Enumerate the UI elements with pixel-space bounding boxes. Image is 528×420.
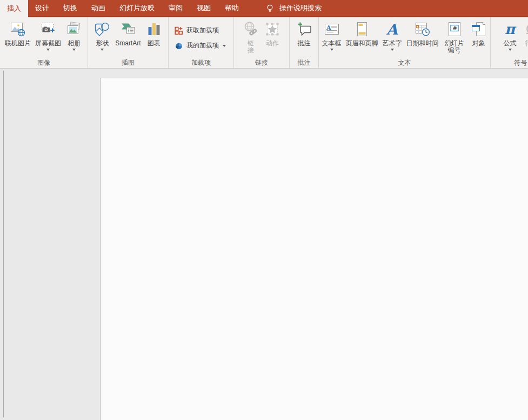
button-photo-album[interactable]: 相册: [64, 18, 84, 51]
svg-text:A: A: [326, 24, 331, 31]
button-my-add-ins[interactable]: 我的加载项: [172, 41, 228, 51]
button-label-comment: 批注: [298, 40, 311, 47]
chart-icon: [145, 21, 163, 38]
ribbon-group-links: 链接动作链接: [234, 17, 290, 68]
shapes-icon: [93, 21, 111, 38]
dropdown-arrow-icon: [509, 49, 512, 51]
group-content: 批注: [290, 18, 318, 58]
dropdown-arrow-icon: [72, 49, 76, 51]
tab-design[interactable]: 设计: [28, 0, 56, 16]
action-icon: [264, 21, 281, 38]
equation-icon: π: [502, 21, 519, 38]
button-online-pictures[interactable]: 联机图片: [3, 18, 32, 47]
button-text-box[interactable]: A文本框: [320, 18, 343, 51]
slide-thumbnail-pane[interactable]: [0, 69, 100, 420]
button-chart[interactable]: 图表: [144, 18, 164, 47]
ribbon-group-symbols: π公式Ω符号符号: [491, 17, 528, 68]
button-label-smartart: SmartArt: [115, 40, 141, 47]
smartart-icon: [119, 21, 137, 38]
button-smartart[interactable]: SmartArt: [113, 18, 142, 47]
button-date-time[interactable]: 日期和时间: [405, 18, 440, 47]
button-object[interactable]: 对象: [469, 18, 489, 47]
button-label-slide-number: 幻灯片编号: [443, 40, 466, 54]
button-label-text-box: 文本框: [322, 40, 342, 47]
button-slide-number[interactable]: #幻灯片编号: [442, 18, 467, 54]
button-link: 链接: [240, 18, 261, 54]
ribbon-group-text: A文本框页眉和页脚A艺术字日期和时间#幻灯片编号对象文本: [319, 17, 491, 68]
ribbon-group-comments: 批注批注: [290, 17, 319, 68]
svg-text:π: π: [505, 21, 517, 37]
comment-icon: [296, 21, 313, 38]
button-label-action: 动作: [266, 40, 279, 47]
button-label-symbol: 符号: [525, 40, 528, 47]
my-add-ins-icon: [175, 42, 183, 50]
group-label-illustrations: 插图: [88, 58, 168, 68]
dropdown-arrow-icon: [223, 45, 226, 47]
group-label-symbols: 符号: [491, 58, 528, 68]
tab-review[interactable]: 审阅: [162, 0, 190, 16]
group-content: 获取加载项我的加载项: [169, 18, 233, 58]
button-label-get-add-ins: 获取加载项: [186, 27, 219, 34]
button-label-equation: 公式: [504, 40, 517, 47]
group-label-text: 文本: [319, 58, 490, 68]
wordart-icon: A: [384, 21, 401, 38]
get-add-ins-icon: [175, 26, 183, 35]
ribbon-group-images: 联机图片屏幕截图相册图像: [0, 17, 88, 68]
button-label-wordart: 艺术字: [383, 40, 402, 47]
online-pictures-icon: [9, 21, 26, 38]
button-screenshot[interactable]: 屏幕截图: [34, 18, 63, 51]
button-symbol: Ω符号: [522, 18, 528, 47]
screenshot-icon: [39, 21, 57, 38]
button-label-online-pictures: 联机图片: [5, 40, 31, 47]
button-label-chart: 图表: [148, 40, 161, 47]
button-label-header-footer: 页眉和页脚: [346, 40, 378, 47]
group-label-comments: 批注: [290, 58, 318, 68]
button-action: 动作: [262, 18, 283, 47]
object-icon: [470, 21, 487, 38]
button-label-photo-album: 相册: [68, 40, 81, 47]
tab-insert[interactable]: 插入: [0, 0, 28, 17]
tab-help[interactable]: 帮助: [218, 0, 246, 16]
powerpoint-window: { "tab_bar": { "tabs": [ {"name": "inser…: [0, 0, 528, 420]
group-label-images: 图像: [0, 58, 88, 68]
date-time-icon: [414, 21, 431, 38]
button-shapes[interactable]: 形状: [92, 18, 112, 51]
button-get-add-ins[interactable]: 获取加载项: [172, 26, 221, 36]
button-wordart[interactable]: A艺术字: [381, 18, 404, 51]
tell-me-search[interactable]: 操作说明搜索: [265, 0, 322, 16]
group-label-add-ins: 加载项: [169, 58, 233, 68]
group-content: 形状SmartArt图表: [88, 18, 168, 58]
text-box-icon: A: [323, 21, 340, 38]
button-comment[interactable]: 批注: [294, 18, 315, 47]
button-label-shapes: 形状: [96, 40, 109, 47]
tab-view[interactable]: 视图: [190, 0, 218, 16]
button-header-footer[interactable]: 页眉和页脚: [344, 18, 380, 47]
group-content: 联机图片屏幕截图相册: [0, 18, 88, 58]
slide-number-icon: #: [446, 21, 463, 38]
group-content: 链接动作: [234, 18, 289, 58]
svg-text:Ω: Ω: [526, 22, 528, 37]
tab-slide-show[interactable]: 幻灯片放映: [112, 0, 162, 16]
ribbon: 联机图片屏幕截图相册图像形状SmartArt图表插图获取加载项我的加载项加载项链…: [0, 17, 528, 69]
group-label-links: 链接: [234, 58, 289, 68]
slide-canvas[interactable]: [100, 78, 528, 420]
workspace: [0, 69, 528, 420]
tab-transitions[interactable]: 切换: [56, 0, 84, 16]
button-label-date-time: 日期和时间: [406, 40, 439, 47]
ribbon-group-illustrations: 形状SmartArt图表插图: [88, 17, 169, 68]
thumbnail-pane-edge-line: [3, 71, 4, 417]
svg-text:A: A: [386, 21, 398, 38]
svg-text:#: #: [452, 25, 457, 31]
dropdown-arrow-icon: [391, 49, 394, 51]
group-content: π公式Ω符号: [491, 18, 528, 58]
tab-animations[interactable]: 动画: [84, 0, 112, 16]
button-label-my-add-ins: 我的加载项: [186, 42, 219, 49]
photo-album-icon: [65, 21, 83, 38]
ribbon-tab-bar: 插入设计切换动画幻灯片放映审阅视图帮助 操作说明搜索: [0, 0, 528, 17]
ribbon-group-add-ins: 获取加载项我的加载项加载项: [169, 17, 234, 68]
dropdown-arrow-icon: [330, 49, 333, 51]
symbol-icon: Ω: [523, 21, 528, 38]
tab-strip: 插入设计切换动画幻灯片放映审阅视图帮助: [0, 0, 246, 17]
header-footer-icon: [353, 21, 371, 38]
button-equation[interactable]: π公式: [500, 18, 520, 51]
